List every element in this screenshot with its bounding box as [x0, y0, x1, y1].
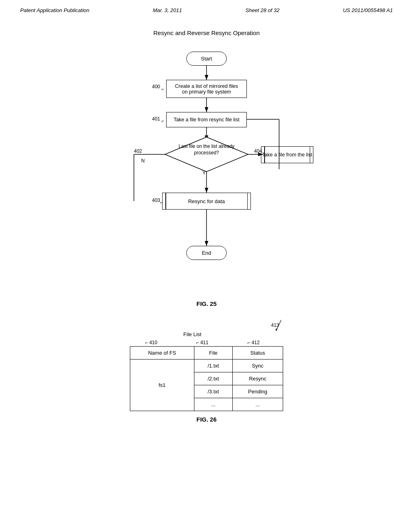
svg-line-13 [276, 320, 281, 330]
cell-file-4: ... [194, 398, 232, 411]
cell-status-3: Pending [232, 385, 283, 398]
ref412-label: ⌐ [247, 340, 251, 345]
cell-fs-1: fs1 [130, 360, 194, 411]
cell-file-1: /1.txt [194, 360, 232, 372]
ref412-area: ⌐ 412 [232, 340, 283, 345]
fig26-caption: FIG. 26 [196, 416, 217, 423]
ref410-label: ⌐ [145, 340, 149, 345]
ref401-label: 401 [152, 116, 160, 122]
header-patent: US 2011/0055498 A1 [343, 7, 393, 13]
col-header-status: Status [232, 347, 283, 360]
header-publication: Patent Application Publication [20, 7, 90, 13]
page-header: Patent Application Publication Mar. 3, 2… [0, 0, 413, 17]
table-row: fs1 /1.txt Sync [130, 360, 283, 372]
file-list-table: Name of FS File Status fs1 /1.txt Sync /… [130, 346, 283, 411]
file-list-title: File List [102, 331, 283, 337]
end-node: End [186, 246, 227, 260]
cell-status-2: Resync [232, 372, 283, 385]
ref400-label: 400 [152, 84, 160, 89]
col-header-fs: Name of FS [130, 347, 194, 360]
header-sheet: Sheet 28 of 32 [245, 7, 280, 13]
cell-status-1: Sync [232, 360, 283, 372]
table-header-row: Name of FS File Status [130, 347, 283, 360]
fig25-container: Resync and Reverse Resync Operation [24, 29, 389, 319]
fig26-container: 413 File List ⌐ 410 ⌐ 411 [24, 331, 389, 435]
no-label: N [141, 158, 145, 164]
cell-status-4: ... [232, 398, 283, 411]
diamond402-text: Last file on the list already processed? [172, 143, 241, 156]
ref400-arrow: ⌐ [161, 86, 164, 92]
file-list-header-area: 413 File List [130, 331, 283, 337]
table-area: ⌐ 410 ⌐ 411 ⌐ 412 Name of FS File [130, 340, 283, 411]
cell-file-3: /3.txt [194, 385, 232, 398]
yes-label: Y [202, 170, 206, 176]
fig25-title: Resync and Reverse Resync Operation [153, 29, 259, 36]
step403-node: Resync for data [162, 193, 251, 210]
fig25-caption: FIG. 25 [196, 300, 217, 307]
step401-node: Take a file from resync file list [166, 112, 247, 127]
page-content: Resync and Reverse Resync Operation [0, 17, 413, 443]
step404-node: Take a file from the list [261, 146, 313, 163]
ref403-label: 403 [152, 197, 160, 203]
ref411-label: ⌐ [196, 340, 200, 345]
ref411-area: ⌐ 411 [181, 340, 232, 345]
header-date: Mar. 3, 2011 [153, 7, 182, 13]
step400-node: Create a list of mirrored files on prima… [166, 80, 247, 98]
diamond402: Last file on the list already processed? [164, 136, 249, 172]
start-node: Start [186, 52, 227, 66]
ref401-arrow: ⌐ [161, 118, 164, 124]
ref410-area: ⌐ 410 [130, 340, 181, 345]
ref413-arrow-svg [273, 319, 285, 331]
flowchart-fig25: Start 400 ⌐ Create a list of mirrored fi… [94, 44, 319, 294]
col-refs-row: ⌐ 410 ⌐ 411 ⌐ 412 [130, 340, 283, 345]
col-header-file: File [194, 347, 232, 360]
cell-file-2: /2.txt [194, 372, 232, 385]
ref402-label: 402 [134, 148, 142, 154]
